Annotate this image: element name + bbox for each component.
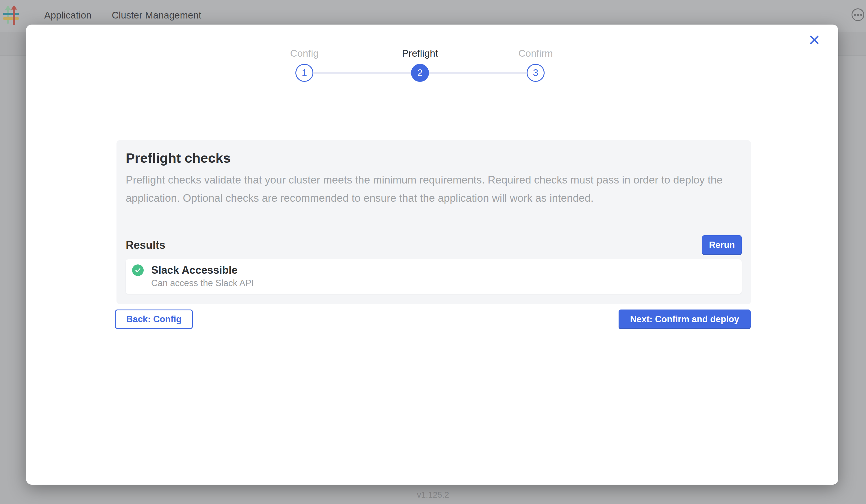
back-button[interactable]: Back: Config: [115, 310, 193, 329]
app-logo-icon: [3, 5, 19, 25]
close-icon[interactable]: [809, 35, 819, 45]
preflight-modal: Config Preflight Confirm 1 2 3 Preflight…: [26, 24, 838, 485]
step-circle-1[interactable]: 1: [296, 64, 313, 82]
results-heading: Results: [126, 239, 165, 251]
rerun-button[interactable]: Rerun: [702, 235, 742, 255]
check-description: Can access the Slack API: [151, 278, 734, 289]
step-label-config: Config: [246, 47, 362, 59]
nav-items: Application Cluster Management: [44, 10, 201, 21]
nav-item-application[interactable]: Application: [44, 10, 92, 21]
check-circle-icon: [132, 265, 144, 276]
app-version: v1.125.2: [0, 490, 866, 500]
preflight-check-row: Slack Accessible Can access the Slack AP…: [126, 259, 742, 294]
panel-title: Preflight checks: [126, 150, 742, 166]
preflight-panel: Preflight checks Preflight checks valida…: [116, 140, 751, 304]
nav-item-cluster-management[interactable]: Cluster Management: [112, 10, 201, 21]
check-title: Slack Accessible: [151, 264, 237, 277]
step-circle-3[interactable]: 3: [527, 64, 545, 82]
step-label-confirm: Confirm: [478, 47, 593, 59]
ellipsis-menu-icon[interactable]: [852, 8, 864, 21]
results-header-row: Results Rerun: [126, 235, 742, 255]
panel-description: Preflight checks validate that your clus…: [126, 171, 742, 207]
next-button[interactable]: Next: Confirm and deploy: [619, 310, 751, 329]
step-label-preflight: Preflight: [362, 47, 478, 59]
wizard-stepper: Config Preflight Confirm 1 2 3: [246, 47, 593, 82]
step-circle-2[interactable]: 2: [411, 64, 429, 82]
wizard-actions: Back: Config Next: Confirm and deploy: [115, 310, 751, 329]
